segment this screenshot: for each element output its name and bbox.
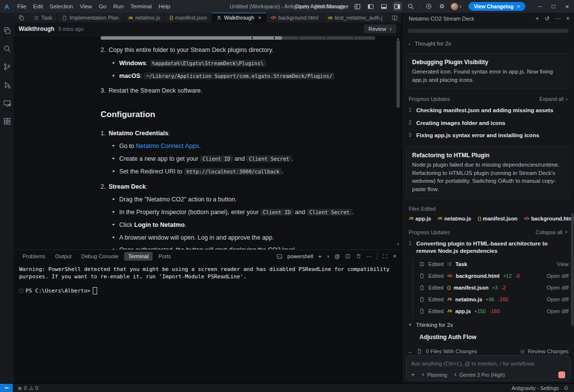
agent-sessions-icon[interactable] bbox=[2, 98, 12, 108]
open-diff-button[interactable]: Open diff bbox=[547, 273, 569, 279]
planning-mode-selector[interactable]: ∧ Planning bbox=[422, 372, 447, 378]
view-button[interactable]: View bbox=[557, 261, 569, 267]
changelog-dismiss-icon[interactable]: × bbox=[517, 3, 520, 9]
stop-generation-button[interactable] bbox=[558, 371, 565, 378]
model-selector[interactable]: ∧ Gemini 3 Pro (High) bbox=[454, 372, 505, 378]
progress-item[interactable]: 3 Fixing app.js syntax error and install… bbox=[402, 132, 574, 140]
tab-background-html[interactable]: </> background.html bbox=[266, 13, 323, 23]
view-changelog-button[interactable]: View Changelog × bbox=[469, 2, 525, 11]
tab-output[interactable]: Output bbox=[51, 252, 75, 261]
close-panel-icon[interactable]: × bbox=[566, 15, 570, 22]
open-diff-button[interactable]: Open diff bbox=[547, 296, 569, 302]
record-status-icon[interactable] bbox=[424, 2, 433, 11]
new-conversation-icon[interactable]: + bbox=[535, 15, 539, 22]
editor-scrollbar[interactable] bbox=[396, 40, 400, 108]
layout-grid-icon[interactable] bbox=[353, 2, 362, 11]
close-panel-icon[interactable]: × bbox=[393, 253, 396, 260]
review-button[interactable]: Review ∨ bbox=[364, 24, 396, 33]
progress-item[interactable]: 1 Converting plugin to HTML-based archit… bbox=[402, 240, 574, 255]
thought-collapsed-toggle[interactable]: › Thought for 2s bbox=[402, 41, 574, 47]
file-chip-netatmo-js[interactable]: JSnetatmo.js bbox=[438, 216, 471, 221]
search-sidebar-icon[interactable] bbox=[2, 44, 12, 53]
split-editor-icon[interactable] bbox=[391, 15, 398, 21]
agent-input[interactable] bbox=[411, 361, 565, 367]
tab-implementation-plan[interactable]: Implementation Plan bbox=[57, 13, 124, 23]
tab-problems[interactable]: Problems bbox=[19, 252, 49, 261]
collapse-all-button[interactable]: Collapse all ∨ bbox=[536, 229, 568, 235]
edited-row-task[interactable]: Edited Task View bbox=[413, 258, 574, 270]
open-diff-button[interactable]: Open diff bbox=[547, 308, 569, 314]
menu-view[interactable]: View bbox=[77, 2, 96, 11]
tab-task[interactable]: Task bbox=[29, 13, 57, 23]
file-chip-app-js[interactable]: JSapp.js bbox=[409, 216, 431, 221]
menu-go[interactable]: Go bbox=[95, 2, 109, 11]
edited-row-manifest-json[interactable]: Edited { } manifest.json +3 -2 Open diff bbox=[413, 282, 574, 294]
back-icon[interactable]: ← bbox=[408, 348, 413, 354]
agent-input-box[interactable]: + ∧ Planning ∧ Gemini 3 Pro (High) bbox=[406, 355, 571, 381]
progress-item[interactable]: 2 Creating images folder and icons bbox=[402, 120, 574, 127]
scroll-down-icon[interactable]: ▼ bbox=[396, 242, 400, 247]
edited-row-netatmo-js[interactable]: Edited JS netatmo.js +96 -160 Open diff bbox=[413, 294, 574, 305]
doc-progress-slider[interactable] bbox=[101, 36, 375, 40]
open-agent-manager-button[interactable]: Open Agent Manager bbox=[295, 3, 348, 9]
account-menu[interactable]: ∨ bbox=[451, 3, 462, 10]
close-button[interactable]: × bbox=[560, 0, 574, 13]
tab-test-netatmo-auth[interactable]: JS test_netatmo_auth.j bbox=[323, 13, 387, 23]
menu-edit[interactable]: Edit bbox=[30, 2, 47, 11]
settings-status[interactable]: Antigravity - Settings bbox=[512, 385, 574, 391]
progress-item[interactable]: 1 Checking manifest.json and adding miss… bbox=[402, 107, 574, 115]
tab-netatmo-js[interactable]: JS netatmo.js bbox=[124, 13, 165, 23]
edited-row-background-html[interactable]: Edited </> background.html +12 -0 Open d… bbox=[413, 270, 574, 282]
terminal-dropdown-icon[interactable]: ∨ bbox=[327, 254, 330, 259]
agent-conversation[interactable]: › Thought for 2s Debugging Plugin Visibi… bbox=[402, 24, 574, 346]
more-actions-icon[interactable]: ⋯ bbox=[366, 253, 372, 260]
split-terminal-icon[interactable] bbox=[345, 253, 351, 259]
open-diff-button[interactable]: Open diff bbox=[547, 285, 569, 291]
tab-terminal[interactable]: Terminal bbox=[124, 252, 153, 261]
agent-scrollbar[interactable] bbox=[571, 213, 574, 326]
more-actions-icon[interactable]: ⋯ bbox=[555, 15, 561, 22]
kill-terminal-icon[interactable] bbox=[356, 253, 362, 259]
panel-left-icon[interactable] bbox=[366, 2, 375, 11]
thinking-toggle[interactable]: ∨ Thinking for 2s bbox=[402, 322, 574, 328]
minimize-button[interactable]: ─ bbox=[533, 0, 547, 13]
menu-run[interactable]: Run bbox=[110, 2, 127, 11]
menu-file[interactable]: File bbox=[14, 2, 30, 11]
run-debug-icon[interactable] bbox=[2, 80, 12, 90]
terminal-output[interactable]: Warning: PowerShell detected that you mi… bbox=[14, 263, 401, 294]
review-changes-label: Review Changes bbox=[528, 348, 569, 354]
panel-right-icon[interactable] bbox=[393, 2, 402, 11]
new-terminal-icon[interactable]: + bbox=[318, 253, 322, 260]
edited-row-app-js[interactable]: Edited JS app.js +150 -160 Open diff bbox=[413, 305, 574, 317]
settings-gear-icon[interactable]: ⚙ bbox=[438, 2, 446, 11]
file-chip-manifest-json[interactable]: { }manifest.json bbox=[477, 216, 517, 221]
mention-icon[interactable]: @ bbox=[335, 253, 340, 259]
file-chip-background-html[interactable]: </>background.html bbox=[524, 216, 574, 221]
tab-ports[interactable]: Ports bbox=[155, 252, 175, 261]
menu-terminal[interactable]: Terminal bbox=[127, 2, 155, 11]
panel-bottom-icon[interactable] bbox=[380, 2, 389, 11]
problems-status[interactable]: ⊗ 0 ⚠ 0 bbox=[18, 385, 38, 391]
expand-all-button[interactable]: Expand all ‹ bbox=[539, 96, 568, 102]
source-control-icon[interactable] bbox=[2, 62, 12, 72]
menu-help[interactable]: Help bbox=[155, 2, 174, 11]
extensions-icon[interactable] bbox=[2, 116, 12, 126]
command-decoration-icon[interactable] bbox=[19, 289, 24, 293]
remote-indicator[interactable]: >< bbox=[0, 384, 13, 392]
history-icon[interactable]: ↺ bbox=[545, 15, 549, 22]
tab-debug-console[interactable]: Debug Console bbox=[78, 252, 123, 261]
attach-icon[interactable]: + bbox=[411, 371, 415, 378]
explorer-icon[interactable] bbox=[2, 25, 12, 35]
shell-name[interactable]: powershell bbox=[287, 253, 313, 259]
netatmo-connect-apps-link[interactable]: Netatmo Connect Apps bbox=[136, 143, 199, 149]
maximize-panel-icon[interactable] bbox=[382, 253, 388, 259]
tab-manifest-json[interactable]: { } manifest.json bbox=[165, 13, 211, 23]
tab-walkthrough[interactable]: Walkthrough × bbox=[212, 13, 266, 23]
tab-close-icon[interactable]: × bbox=[258, 15, 261, 21]
maximize-button[interactable]: □ bbox=[547, 0, 560, 13]
bell-icon[interactable] bbox=[563, 385, 569, 391]
menu-selection[interactable]: Selection bbox=[46, 2, 76, 11]
open-editors-icon[interactable] bbox=[14, 13, 29, 23]
review-changes-button[interactable]: Review Changes bbox=[520, 348, 569, 354]
search-icon[interactable] bbox=[406, 2, 415, 11]
